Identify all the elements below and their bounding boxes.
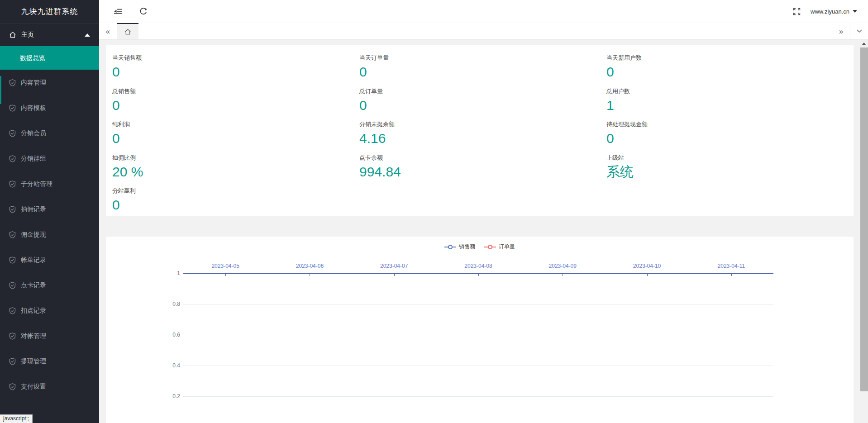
stat-value: 0 xyxy=(606,64,854,80)
browser-status-bar: javascript:; xyxy=(0,414,33,423)
legend-line-marker-icon xyxy=(444,244,456,250)
sidebar-item[interactable]: 子分站管理 xyxy=(0,171,99,197)
home-icon xyxy=(9,31,16,38)
sidebar-item-label: 扣点记录 xyxy=(21,307,46,315)
x-axis-date-label: 2023-04-06 xyxy=(285,263,334,269)
sidebar-item-label: 分销群组 xyxy=(21,155,46,163)
sidebar-item[interactable]: 对帐管理 xyxy=(0,323,99,349)
x-axis-date-label: 2023-04-10 xyxy=(622,263,672,269)
sidebar-item[interactable]: 内容模板 xyxy=(0,95,99,121)
site-switcher[interactable]: www.ziyuan.cn xyxy=(811,8,857,15)
stat-value: 0 xyxy=(359,64,606,80)
sidebar-home-label: 主页 xyxy=(21,31,34,39)
vertical-scrollbar[interactable] xyxy=(860,40,868,423)
sidebar-item[interactable]: 帐单记录 xyxy=(0,247,99,273)
x-axis-tick xyxy=(478,274,479,276)
sidebar-item[interactable]: 佣金提现 xyxy=(0,222,99,247)
content: 当天销售额0总销售额0纯利润0抽佣比例20 %分站赢利0当天订单量0总订单量0分… xyxy=(99,40,860,423)
shield-check-icon xyxy=(9,105,16,112)
sidebar-item[interactable]: 提现管理 xyxy=(0,349,99,374)
stat-cell: 上级站系统 xyxy=(606,149,854,182)
stat-value: 1 xyxy=(606,98,854,113)
sidebar-item-label: 对帐管理 xyxy=(21,332,46,340)
stat-label: 纯利润 xyxy=(112,115,359,128)
stat-value: 0 xyxy=(606,131,854,146)
shield-check-icon xyxy=(9,282,16,289)
stats-card: 当天销售额0总销售额0纯利润0抽佣比例20 %分站赢利0当天订单量0总订单量0分… xyxy=(106,45,854,216)
sidebar-item-label: 内容管理 xyxy=(21,79,46,87)
main-area: www.ziyuan.cn « » 当天销售额0总销售额0纯利润0抽佣比例20 … xyxy=(99,0,868,423)
x-axis-date-label: 2023-04-09 xyxy=(538,263,587,269)
sidebar-item[interactable]: 扣点记录 xyxy=(0,298,99,323)
stat-value: 0 xyxy=(112,197,359,213)
stat-label: 总订单量 xyxy=(359,82,606,95)
sidebar-scrollbar-thumb[interactable] xyxy=(0,76,1,104)
stat-cell: 点卡余额994.84 xyxy=(359,149,606,182)
stat-cell: 总销售额0 xyxy=(112,82,359,116)
tab-home[interactable] xyxy=(117,23,138,39)
stat-label: 抽佣比例 xyxy=(112,149,359,162)
legend-label: 销售额 xyxy=(459,243,475,251)
stat-label: 上级站 xyxy=(606,149,854,162)
legend-item[interactable]: 销售额 xyxy=(444,243,475,251)
tabs-scroll-right-button[interactable]: » xyxy=(832,23,850,39)
x-axis-tick xyxy=(394,274,395,276)
stat-cell: 分销未提余额4.16 xyxy=(359,115,606,149)
scrollbar-up-arrow-icon[interactable] xyxy=(862,43,866,45)
shield-check-icon xyxy=(9,383,16,390)
y-axis-tick-label: 0.4 xyxy=(153,362,180,369)
stat-label: 分销未提余额 xyxy=(359,115,606,128)
chevron-down-icon xyxy=(857,29,862,33)
sidebar-item-label: 子分站管理 xyxy=(21,180,52,188)
stat-cell: 待处理提现金额0 xyxy=(606,115,854,149)
legend-item[interactable]: 订单量 xyxy=(484,243,515,251)
stat-label: 当天销售额 xyxy=(112,49,359,62)
chevron-down-icon xyxy=(853,10,857,13)
chart-legend: 销售额订单量 xyxy=(106,243,854,251)
sidebar-item-label: 帐单记录 xyxy=(21,256,46,264)
sidebar-item-home[interactable]: 主页 xyxy=(0,24,99,46)
shield-check-icon xyxy=(9,307,16,314)
stat-label: 总用户数 xyxy=(606,82,854,95)
shield-check-icon xyxy=(9,257,16,264)
scrollbar-thumb[interactable] xyxy=(860,48,868,391)
sidebar-toggle-icon[interactable] xyxy=(114,7,122,15)
chevron-up-icon xyxy=(85,33,90,37)
shield-check-icon xyxy=(9,333,16,340)
tabs-scroll-left-button[interactable]: « xyxy=(99,23,117,39)
stat-cell: 当天新用户数0 xyxy=(606,49,854,82)
sidebar-item[interactable]: 支付设置 xyxy=(0,374,99,399)
sidebar-item[interactable]: 内容管理 xyxy=(0,70,99,95)
tabs-menu-button[interactable] xyxy=(850,23,868,39)
sidebar-item[interactable]: 点卡记录 xyxy=(0,273,99,298)
sidebar-item-label: 佣金提现 xyxy=(21,231,46,239)
shield-check-icon xyxy=(9,130,16,137)
sidebar-item-data-overview[interactable]: 数据总览 xyxy=(0,46,99,70)
fullscreen-icon[interactable] xyxy=(793,8,801,15)
chart-card: 销售额订单量 10.80.60.40.22023-04-052023-04-06… xyxy=(106,237,854,423)
stat-value: 0 xyxy=(359,98,606,113)
site-domain-label: www.ziyuan.cn xyxy=(811,8,849,15)
app-title: 九块九进群系统 xyxy=(0,0,99,24)
sidebar-item-label: 提现管理 xyxy=(21,357,46,366)
sidebar: 九块九进群系统 主页 数据总览 内容管理内容模板分销会员分销群组子分站管理抽佣记… xyxy=(0,0,99,423)
sidebar-item-label: 抽佣记录 xyxy=(21,205,46,214)
x-axis-tick xyxy=(310,274,310,276)
stat-value: 994.84 xyxy=(359,164,606,180)
sidebar-item[interactable]: 分销群组 xyxy=(0,146,99,171)
sidebar-item[interactable]: 抽佣记录 xyxy=(0,197,99,222)
stats-column: 当天新用户数0总用户数1待处理提现金额0上级站系统 xyxy=(606,49,854,216)
stat-label: 当天新用户数 xyxy=(606,49,854,62)
stat-label: 待处理提现金额 xyxy=(606,115,854,128)
top-header: www.ziyuan.cn xyxy=(99,0,868,23)
sidebar-item[interactable]: 分销会员 xyxy=(0,121,99,146)
shield-check-icon xyxy=(9,181,16,188)
stat-cell: 总订单量0 xyxy=(359,82,606,116)
refresh-icon[interactable] xyxy=(139,7,148,15)
sidebar-item-label: 分销会员 xyxy=(21,129,46,138)
stats-column: 当天订单量0总订单量0分销未提余额4.16点卡余额994.84 xyxy=(359,49,606,216)
gridline xyxy=(183,366,773,366)
stat-cell: 抽佣比例20 % xyxy=(112,149,359,182)
x-axis-tick xyxy=(731,274,732,276)
stat-cell: 当天销售额0 xyxy=(112,49,359,82)
